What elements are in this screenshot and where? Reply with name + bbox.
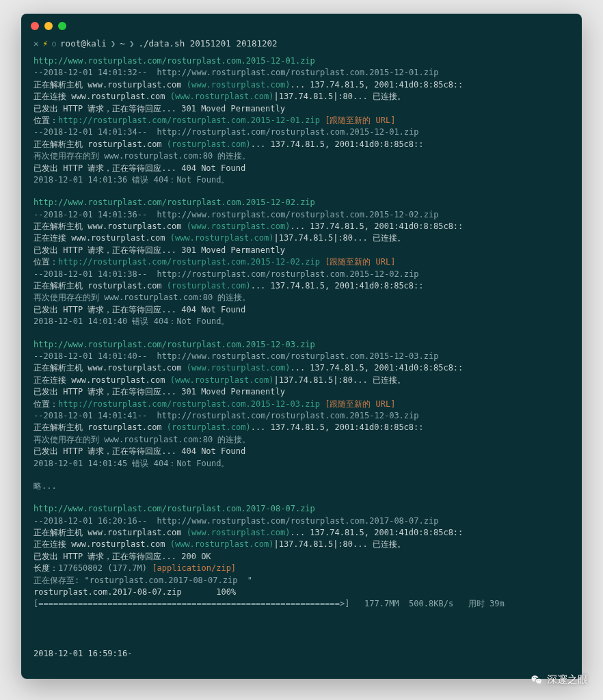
output-line: 已发出 HTTP 请求，正在等待回应... 301 Moved Permanen… xyxy=(34,386,570,398)
output-line: 正在解析主机 www.rosturplast.com (www.rosturpl… xyxy=(34,362,570,374)
output-line: 已发出 HTTP 请求，正在等待回应... 404 Not Found xyxy=(34,163,570,174)
output-span: |137.74.81.5|:80... 已连接。 xyxy=(273,233,405,243)
output-span: http://rosturplast.com/rosturplast.com.2… xyxy=(58,257,320,267)
output-line: 正在解析主机 rosturplast.com (rosturplast.com)… xyxy=(34,422,570,433)
output-span: 已发出 HTTP 请求，正在等待回应... 301 Moved Permanen… xyxy=(34,387,285,396)
output-span: (www.rosturplast.com) xyxy=(170,233,274,243)
output-line: 再次使用存在的到 www.rosturplast.com:80 的连接。 xyxy=(34,292,570,304)
output-line: 位置：http://rosturplast.com/rosturplast.co… xyxy=(34,399,570,410)
output-span: ... 137.74.81.5, 2001:41d0:8:85c8:: xyxy=(290,221,463,231)
output-line: rosturplast.com.2017-08-07.zip 100% xyxy=(34,587,570,598)
output-section: http://www.rosturplast.com/rosturplast.c… xyxy=(34,339,570,470)
output-line: --2018-12-01 14:01:40-- http://www.rostu… xyxy=(34,351,570,362)
output-span: ... 137.74.81.5, 2001:41d0:8:85c8:: xyxy=(290,528,463,537)
output-span: http://rosturplast.com/rosturplast.com.2… xyxy=(58,116,320,125)
output-span: 已发出 HTTP 请求，正在等待回应... 200 OK xyxy=(34,552,211,561)
output-section: http://www.rosturplast.com/rosturplast.c… xyxy=(34,197,570,327)
output-span: 2018-12-01 14:01:36 错误 404：Not Found。 xyxy=(34,175,229,185)
output-span: http://www.rosturplast.com/rosturplast.c… xyxy=(34,198,315,207)
output-span: ========================================… xyxy=(38,599,345,608)
close-icon[interactable] xyxy=(31,22,39,30)
output-line: 已发出 HTTP 请求，正在等待回应... 404 Not Found xyxy=(34,446,570,457)
output-span: rosturplast.com.2017-08-07.zip 100% xyxy=(34,587,236,597)
output-line: [=======================================… xyxy=(34,598,570,610)
output-span: 正在连接 www.rosturplast.com xyxy=(34,92,170,101)
minimize-icon[interactable] xyxy=(44,22,53,30)
output-span: http://www.rosturplast.com/rosturplast.c… xyxy=(34,504,315,513)
output-span: 长度： xyxy=(34,563,58,573)
output-span: [application/zip] xyxy=(147,563,236,573)
output-span: 已发出 HTTP 请求，正在等待回应... 404 Not Found xyxy=(34,305,245,314)
output-span: (rosturplast.com) xyxy=(167,422,251,432)
output-span: (www.rosturplast.com) xyxy=(187,528,291,537)
prompt-x-icon: ✕ xyxy=(34,38,39,49)
output-line: 再次使用存在的到 www.rosturplast.com:80 的连接。 xyxy=(34,434,570,446)
output-span: --2018-12-01 14:01:40-- http://www.rostu… xyxy=(34,351,438,361)
output-span: (www.rosturplast.com) xyxy=(170,539,274,549)
watermark-text: 深邃之眼 xyxy=(547,673,588,686)
prompt-user: root@kali xyxy=(60,38,107,49)
output-span: (www.rosturplast.com) xyxy=(187,221,291,231)
output-span: 177650802 (177.7M) xyxy=(58,563,147,573)
output-span: 再次使用存在的到 www.rosturplast.com:80 的连接。 xyxy=(34,435,250,444)
footer-timestamp: 2018-12-01 16:59:16- xyxy=(21,621,582,658)
output-line: 2018-12-01 14:01:36 错误 404：Not Found。 xyxy=(34,174,570,186)
output-span: --2018-12-01 14:01:36-- http://www.rostu… xyxy=(34,210,438,219)
output-span: (www.rosturplast.com) xyxy=(170,92,274,101)
output-line: --2018-12-01 14:01:34-- http://rosturpla… xyxy=(34,126,570,138)
output-line: --2018-12-01 14:01:41-- http://rosturpla… xyxy=(34,410,570,422)
output-span: 正在解析主机 www.rosturplast.com xyxy=(34,363,187,373)
output-span: |137.74.81.5|:80... 已连接。 xyxy=(273,375,405,385)
terminal-output[interactable]: http://www.rosturplast.com/rosturplast.c… xyxy=(21,55,582,610)
output-span: [跟随至新的 URL] xyxy=(320,257,396,267)
output-span: 2018-12-01 14:01:40 错误 404：Not Found。 xyxy=(34,317,229,326)
output-line: 正在解析主机 rosturplast.com (rosturplast.com)… xyxy=(34,139,570,150)
output-line: --2018-12-01 16:20:16-- http://www.rostu… xyxy=(34,515,570,527)
output-span: |137.74.81.5|:80... 已连接。 xyxy=(273,539,405,549)
output-line: 已发出 HTTP 请求，正在等待回应... 301 Moved Permanen… xyxy=(34,245,570,256)
prompt-line[interactable]: ✕ ⚡ ◯ root@kali ❯ ~ ❯ ./data.sh 20151201… xyxy=(21,38,582,55)
output-span: http://rosturplast.com/rosturplast.com.2… xyxy=(58,399,320,409)
output-line: 略... xyxy=(34,481,570,492)
output-span: --2018-12-01 14:01:38-- http://rosturpla… xyxy=(34,269,419,279)
output-section: http://www.rosturplast.com/rosturplast.c… xyxy=(34,503,570,610)
output-line: 再次使用存在的到 www.rosturplast.com:80 的连接。 xyxy=(34,150,570,162)
output-line: 正在解析主机 www.rosturplast.com (www.rosturpl… xyxy=(34,221,570,232)
output-line: 正在连接 www.rosturplast.com (www.rosturplas… xyxy=(34,232,570,244)
output-span: 正在保存至: "rosturplast.com.2017-08-07.zip " xyxy=(34,576,252,585)
output-line: http://www.rosturplast.com/rosturplast.c… xyxy=(34,503,570,515)
output-span: --2018-12-01 16:20:16-- http://www.rostu… xyxy=(34,516,438,526)
output-line: --2018-12-01 14:01:38-- http://rosturpla… xyxy=(34,269,570,280)
output-line: 位置：http://rosturplast.com/rosturplast.co… xyxy=(34,115,570,126)
output-line: 长度：177650802 (177.7M) [application/zip] xyxy=(34,563,570,574)
output-span: 已发出 HTTP 请求，正在等待回应... 301 Moved Permanen… xyxy=(34,245,285,255)
output-line: 2018-12-01 14:01:45 错误 404：Not Found。 xyxy=(34,458,570,470)
output-line: 正在保存至: "rosturplast.com.2017-08-07.zip " xyxy=(34,575,570,587)
watermark: 深邃之眼 xyxy=(531,673,588,686)
output-span: 正在解析主机 rosturplast.com xyxy=(34,281,167,291)
output-line: 已发出 HTTP 请求，正在等待回应... 404 Not Found xyxy=(34,304,570,316)
maximize-icon[interactable] xyxy=(58,22,66,30)
output-span: 再次使用存在的到 www.rosturplast.com:80 的连接。 xyxy=(34,293,250,302)
output-span: ... 137.74.81.5, 2001:41d0:8:85c8:: xyxy=(251,139,424,149)
wechat-icon xyxy=(531,674,543,686)
output-line: 正在解析主机 rosturplast.com (rosturplast.com)… xyxy=(34,280,570,292)
output-span: 位置： xyxy=(34,116,58,125)
output-span: 正在解析主机 rosturplast.com xyxy=(34,422,167,432)
output-span: ... 137.74.81.5, 2001:41d0:8:85c8:: xyxy=(290,363,463,373)
output-line: 正在解析主机 www.rosturplast.com (www.rosturpl… xyxy=(34,527,570,539)
output-span: 正在解析主机 www.rosturplast.com xyxy=(34,80,187,90)
output-span: (www.rosturplast.com) xyxy=(187,80,291,90)
output-span: (www.rosturplast.com) xyxy=(187,363,291,373)
output-span: (www.rosturplast.com) xyxy=(170,375,274,385)
output-line: --2018-12-01 14:01:32-- http://www.rostu… xyxy=(34,67,570,79)
arrow-icon: ❯ xyxy=(129,38,135,49)
output-span: http://www.rosturplast.com/rosturplast.c… xyxy=(34,340,315,349)
output-section: 略... xyxy=(34,481,570,492)
prompt-command: ./data.sh 20151201 20181202 xyxy=(138,38,277,49)
output-line: 正在连接 www.rosturplast.com (www.rosturplas… xyxy=(34,91,570,103)
output-section: http://www.rosturplast.com/rosturplast.c… xyxy=(34,55,570,186)
output-span: (rosturplast.com) xyxy=(167,139,251,149)
arrow-icon: ❯ xyxy=(111,38,116,49)
output-span: 正在连接 www.rosturplast.com xyxy=(34,375,170,385)
